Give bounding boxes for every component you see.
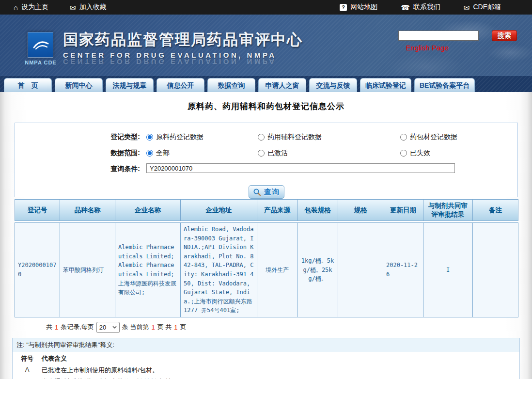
page-size-value: 20 <box>99 324 106 331</box>
table-header-row: 登记号 品种名称 企业名称 企业地址 产品来源 包装规格 规格 更新日期 与制剂… <box>15 200 518 221</box>
chevron-down-icon <box>112 326 117 329</box>
reg-type-label: 登记类型: <box>15 133 140 142</box>
tab-home[interactable]: 首 页 <box>4 78 52 92</box>
page-size-select[interactable]: 20 <box>96 322 120 333</box>
site-header: NMPA CDE 国家药品监督管理局药品审评中心 CENTER FOR DRUG… <box>0 15 532 76</box>
tab-be-platform[interactable]: BE试验备案平台 <box>414 78 475 92</box>
magnifier-icon <box>253 188 261 196</box>
col-remark: 备注 <box>473 200 518 221</box>
site-search-input[interactable] <box>398 31 479 41</box>
cell-package-spec: 1kg/桶。5kg/桶。25kg/桶。 <box>297 223 338 317</box>
radio-all-label: 全部 <box>156 149 170 158</box>
contact-label: 联系我们 <box>413 3 440 12</box>
notes-meaning-i: 尚未通过与制剂共同审评审批的原料/辅料/包材。 <box>42 378 177 379</box>
col-package-spec: 包装规格 <box>297 200 338 221</box>
radio-api-data[interactable]: 原料药登记数据 <box>146 133 203 142</box>
page-title: 原料药、药用辅料和药包材登记信息公示 <box>0 92 532 112</box>
site-title-chinese: 国家药品监督管理局药品审评中心 <box>63 30 303 50</box>
query-condition-row: 查询条件: <box>15 161 517 177</box>
cell-reg-no: Y20200001070 <box>15 223 60 317</box>
cell-joint-review-result: I <box>423 223 473 317</box>
english-page-link[interactable]: English Page <box>406 44 449 52</box>
pagination-pages-suffix: 页 <box>180 323 187 331</box>
radio-unchecked-icon[interactable] <box>400 134 407 141</box>
site-search-button[interactable]: 搜索 <box>492 30 517 41</box>
cell-company-address: Alembic Road, Vadodara-390003 Gujarat, I… <box>181 223 257 317</box>
sitemap-link[interactable]: ? 网站地图 <box>340 3 377 12</box>
tab-applicant-window[interactable]: 申请人之窗 <box>258 78 306 92</box>
col-company-address: 企业地址 <box>181 200 257 221</box>
radio-unchecked-icon[interactable] <box>400 150 407 157</box>
site-title-english-reflection: CENTER FOR DRUG EVALUATION, NMPA <box>63 58 303 66</box>
cell-product-source: 境外生产 <box>257 223 297 317</box>
table-row: Y20200001070 苯甲酸阿格列汀 Alembic Pharmaceuti… <box>15 223 518 317</box>
radio-excipient-label: 药用辅料登记数据 <box>267 133 322 142</box>
pagination: 共 1 条记录,每页 20 条 当前第 1 页 共 1 页 <box>46 322 532 333</box>
cell-spec <box>338 223 383 317</box>
notes-meaning-header: 代表含义 <box>42 354 67 363</box>
cell-company-name: Alembic Pharmaceuticals Limited;Alembic … <box>115 223 181 317</box>
notes-meaning-a: 已批准在上市制剂使用的原料/辅料/包材。 <box>42 366 158 375</box>
query-condition-input[interactable] <box>146 163 455 173</box>
radio-scope-all[interactable]: 全部 <box>146 149 170 158</box>
radio-checked-icon[interactable] <box>146 150 153 157</box>
reg-type-row: 登记类型: 原料药登记数据 药用辅料登记数据 药包材登记数据 <box>15 129 517 145</box>
query-form: 登记类型: 原料药登记数据 药用辅料登记数据 药包材登记数据 数据范围: 全部 <box>15 123 518 197</box>
envelope-icon: ✉ <box>70 4 76 11</box>
col-product-name: 品种名称 <box>60 200 115 221</box>
notes-item-a: A 已批准在上市制剂使用的原料/辅料/包材。 <box>13 364 519 376</box>
notes-item-i: I 尚未通过与制剂共同审评审批的原料/辅料/包材。 <box>13 376 519 379</box>
data-scope-row: 数据范围: 全部 已激活 已失效 <box>15 145 517 161</box>
col-company-name: 企业名称 <box>115 200 181 221</box>
query-condition-label: 查询条件: <box>15 165 140 173</box>
tab-regulations[interactable]: 法规与规章 <box>106 78 154 92</box>
pagination-current: 1 <box>151 324 155 331</box>
col-update-date: 更新日期 <box>383 200 423 221</box>
notes-header-row: 符号 代表含义 <box>13 352 519 364</box>
logo-swoosh-icon <box>30 35 51 55</box>
radio-checked-icon[interactable] <box>146 134 153 141</box>
pagination-total: 1 <box>55 324 58 331</box>
col-reg-no: 登记号 <box>15 200 60 221</box>
radio-api-label: 原料药登记数据 <box>156 133 203 142</box>
contact-link[interactable]: ☎ 联系我们 <box>401 3 440 12</box>
tab-clinical-trial[interactable]: 临床试验登记 <box>360 78 411 92</box>
tab-info-disclosure[interactable]: 信息公开 <box>156 78 204 92</box>
results-table: 登记号 品种名称 企业名称 企业地址 产品来源 包装规格 规格 更新日期 与制剂… <box>15 199 518 317</box>
col-joint-review-result: 与制剂共同审评审批结果 <box>423 200 473 221</box>
set-homepage-label: 设为主页 <box>21 3 48 12</box>
pagination-total-prefix: 共 <box>46 323 52 331</box>
cell-product-name: 苯甲酸阿格列汀 <box>60 223 115 317</box>
tab-news[interactable]: 新闻中心 <box>55 78 103 92</box>
home-icon: ⌂ <box>14 4 18 11</box>
cde-mail-label: CDE邮箱 <box>473 3 501 12</box>
notes-title: 注: "与制剂共同审评审批结果"释义: <box>13 338 519 352</box>
main-content: 原料药、药用辅料和药包材登记信息公示 登记类型: 原料药登记数据 药用辅料登记数… <box>0 92 532 379</box>
add-favorite-link[interactable]: ✉ 加入收藏 <box>70 3 107 12</box>
radio-unchecked-icon[interactable] <box>258 134 265 141</box>
tab-feedback[interactable]: 交流与反馈 <box>309 78 357 92</box>
radio-packaging-data[interactable]: 药包材登记数据 <box>400 133 457 142</box>
cell-remark <box>473 223 518 317</box>
notes-symbol-i: I <box>13 378 42 379</box>
set-homepage-link[interactable]: ⌂ 设为主页 <box>14 3 48 12</box>
sitemap-label: 网站地图 <box>350 3 377 12</box>
col-spec: 规格 <box>338 200 383 221</box>
query-button[interactable]: 查询 <box>249 185 284 199</box>
radio-unchecked-icon[interactable] <box>258 150 265 157</box>
pagination-page-count: 1 <box>174 324 177 331</box>
radio-scope-expired[interactable]: 已失效 <box>400 149 430 158</box>
notes-symbol-a: A <box>13 366 42 375</box>
main-nav: 首 页 新闻中心 法规与规章 信息公开 数据查询 申请人之窗 交流与反馈 临床试… <box>0 76 532 92</box>
radio-active-label: 已激活 <box>267 149 288 158</box>
phone-icon: ☎ <box>401 4 410 11</box>
legend-notes: 注: "与制剂共同审评审批结果"释义: 符号 代表含义 A 已批准在上市制剂使用… <box>12 338 520 379</box>
pagination-total-suffix: 条记录,每页 <box>61 323 94 331</box>
data-scope-label: 数据范围: <box>15 149 140 158</box>
pagination-per-suffix: 条 当前第 <box>122 323 149 331</box>
radio-scope-active[interactable]: 已激活 <box>258 149 288 158</box>
top-utility-bar: ⌂ 设为主页 ✉ 加入收藏 ? 网站地图 ☎ 联系我们 ✉ CDE邮箱 <box>0 0 532 15</box>
radio-excipient-data[interactable]: 药用辅料登记数据 <box>258 133 322 142</box>
tab-data-query[interactable]: 数据查询 <box>207 78 255 92</box>
cde-mail-link[interactable]: ✉ CDE邮箱 <box>464 3 501 12</box>
